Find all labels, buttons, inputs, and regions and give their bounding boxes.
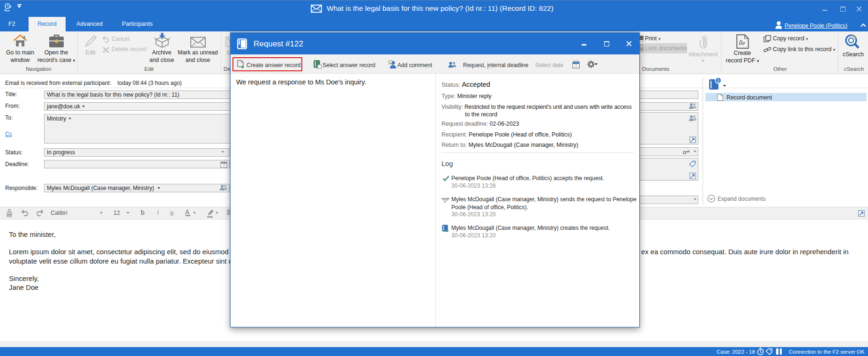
svg-text:7: 7 — [575, 64, 577, 68]
svg-text:7: 7 — [223, 163, 224, 167]
svg-text:1: 1 — [717, 78, 720, 83]
